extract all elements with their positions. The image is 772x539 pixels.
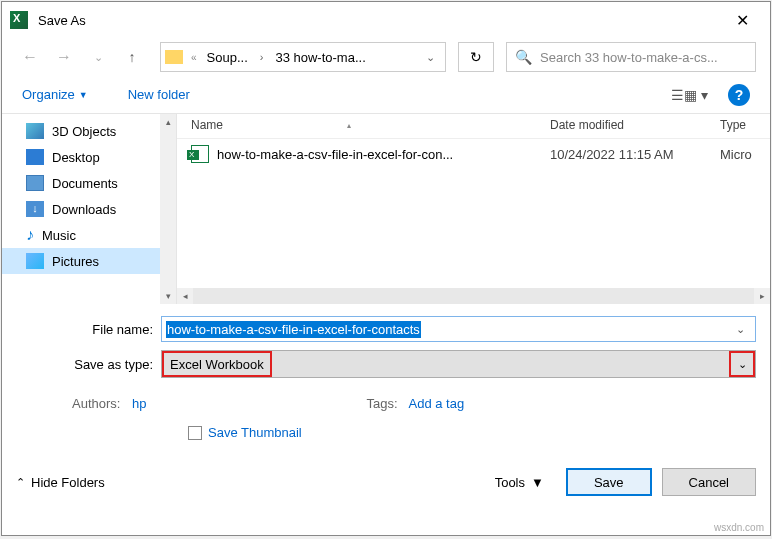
chevron-down-icon: ▼ [79, 90, 88, 100]
folder-icon [165, 50, 183, 64]
desktop-icon [26, 149, 44, 165]
tree-label: Desktop [52, 150, 100, 165]
sidebar-item-documents[interactable]: Documents [2, 170, 176, 196]
footer-actions: Tools ▼ Save Cancel [495, 468, 756, 496]
scroll-up-icon[interactable]: ▴ [160, 114, 176, 130]
tree-label: Downloads [52, 202, 116, 217]
filetype-row: Save as type: Excel Workbook ⌄ [16, 350, 756, 378]
chevron-down-icon: ▼ [531, 475, 544, 490]
save-button[interactable]: Save [566, 468, 652, 496]
up-button[interactable]: ↑ [118, 43, 146, 71]
filename-label: File name: [16, 322, 161, 337]
scroll-track[interactable] [193, 288, 754, 304]
sort-indicator-icon: ▴ [347, 121, 351, 130]
sidebar-item-3d-objects[interactable]: 3D Objects [2, 118, 176, 144]
help-button[interactable]: ? [728, 84, 750, 106]
tree-label: Pictures [52, 254, 99, 269]
authors-value: hp [132, 396, 146, 411]
toolbar-right: ☰▦ ▾ ? [671, 84, 750, 106]
new-folder-button[interactable]: New folder [128, 87, 190, 102]
navigation-bar: ← → ⌄ ↑ « Soup... › 33 how-to-ma... ⌄ ↻ … [2, 38, 770, 76]
forward-button[interactable]: → [50, 43, 78, 71]
breadcrumb-bar[interactable]: « Soup... › 33 how-to-ma... ⌄ [160, 42, 446, 72]
sidebar-item-downloads[interactable]: Downloads [2, 196, 176, 222]
tree-label: Music [42, 228, 76, 243]
main-content: 3D Objects Desktop Documents Downloads ♪… [2, 114, 770, 304]
tools-label: Tools [495, 475, 525, 490]
tags-value: Add a tag [409, 396, 465, 411]
commands-toolbar: Organize ▼ New folder ☰▦ ▾ ? [2, 76, 770, 114]
close-button[interactable]: ✕ [722, 5, 762, 35]
music-icon: ♪ [26, 226, 34, 244]
scroll-right-icon[interactable]: ▸ [754, 288, 770, 304]
filetype-value: Excel Workbook [162, 351, 272, 377]
column-header-type[interactable]: Type [720, 118, 770, 132]
downloads-icon [26, 201, 44, 217]
search-icon: 🔍 [515, 49, 532, 65]
excel-file-icon [191, 145, 209, 163]
hide-folders-label: Hide Folders [31, 475, 105, 490]
sidebar-item-desktop[interactable]: Desktop [2, 144, 176, 170]
search-input[interactable]: 🔍 Search 33 how-to-make-a-cs... [506, 42, 756, 72]
thumbnail-row: Save Thumbnail [2, 419, 770, 460]
breadcrumb-prefix: « [187, 52, 201, 63]
history-dropdown[interactable]: ⌄ [84, 43, 112, 71]
save-form: File name: how-to-make-a-csv-file-in-exc… [2, 304, 770, 392]
breadcrumb-item[interactable]: 33 how-to-ma... [271, 48, 369, 67]
tags-label: Tags: [367, 396, 398, 411]
excel-app-icon [10, 11, 28, 29]
scroll-left-icon[interactable]: ◂ [177, 288, 193, 304]
sidebar-scrollbar[interactable]: ▴ ▾ [160, 114, 176, 304]
sidebar-item-pictures[interactable]: Pictures [2, 248, 176, 274]
tools-button[interactable]: Tools ▼ [495, 475, 556, 490]
view-options-button[interactable]: ☰▦ ▾ [671, 87, 708, 103]
hide-folders-button[interactable]: ⌃ Hide Folders [16, 475, 105, 490]
chevron-down-icon[interactable]: ⌄ [730, 323, 751, 336]
chevron-right-icon[interactable]: › [254, 51, 270, 63]
search-placeholder: Search 33 how-to-make-a-cs... [540, 50, 747, 65]
organize-button[interactable]: Organize ▼ [22, 87, 88, 102]
thumbnail-label: Save Thumbnail [208, 425, 302, 440]
file-name: how-to-make-a-csv-file-in-excel-for-con.… [217, 147, 550, 162]
refresh-button[interactable]: ↻ [458, 42, 494, 72]
scroll-down-icon[interactable]: ▾ [160, 288, 176, 304]
column-header-date[interactable]: Date modified [550, 118, 720, 132]
file-row[interactable]: how-to-make-a-csv-file-in-excel-for-con.… [177, 139, 770, 169]
3d-objects-icon [26, 123, 44, 139]
column-header-name[interactable]: Name▴ [191, 118, 550, 132]
thumbnail-checkbox[interactable] [188, 426, 202, 440]
filename-value: how-to-make-a-csv-file-in-excel-for-cont… [166, 321, 421, 338]
chevron-down-icon[interactable]: ⌄ [729, 351, 755, 377]
documents-icon [26, 175, 44, 191]
tree-label: Documents [52, 176, 118, 191]
tree-label: 3D Objects [52, 124, 116, 139]
column-headers: Name▴ Date modified Type [177, 114, 770, 139]
file-list: Name▴ Date modified Type how-to-make-a-c… [177, 114, 770, 304]
filetype-label: Save as type: [16, 357, 161, 372]
breadcrumb-item[interactable]: Soup... [203, 48, 252, 67]
authors-field[interactable]: Authors: hp [72, 396, 147, 411]
save-as-dialog: Save As ✕ ← → ⌄ ↑ « Soup... › 33 how-to-… [1, 1, 771, 536]
chevron-down-icon[interactable]: ⌄ [420, 51, 441, 64]
organize-label: Organize [22, 87, 75, 102]
navigation-tree: 3D Objects Desktop Documents Downloads ♪… [2, 114, 177, 304]
filename-input[interactable]: how-to-make-a-csv-file-in-excel-for-cont… [161, 316, 756, 342]
metadata-row: Authors: hp Tags: Add a tag [2, 392, 770, 419]
watermark: wsxdn.com [714, 522, 764, 533]
back-button[interactable]: ← [16, 43, 44, 71]
file-date: 10/24/2022 11:15 AM [550, 147, 720, 162]
window-title: Save As [38, 13, 722, 28]
filetype-select[interactable]: Excel Workbook ⌄ [161, 350, 756, 378]
file-type: Micro [720, 147, 770, 162]
tags-field[interactable]: Tags: Add a tag [367, 396, 465, 411]
pictures-icon [26, 253, 44, 269]
title-bar: Save As ✕ [2, 2, 770, 38]
cancel-button[interactable]: Cancel [662, 468, 756, 496]
horizontal-scrollbar[interactable]: ◂ ▸ [177, 288, 770, 304]
chevron-up-icon: ⌃ [16, 476, 25, 489]
authors-label: Authors: [72, 396, 120, 411]
sidebar-item-music[interactable]: ♪Music [2, 222, 176, 248]
filename-row: File name: how-to-make-a-csv-file-in-exc… [16, 316, 756, 342]
dialog-footer: ⌃ Hide Folders Tools ▼ Save Cancel [2, 460, 770, 510]
